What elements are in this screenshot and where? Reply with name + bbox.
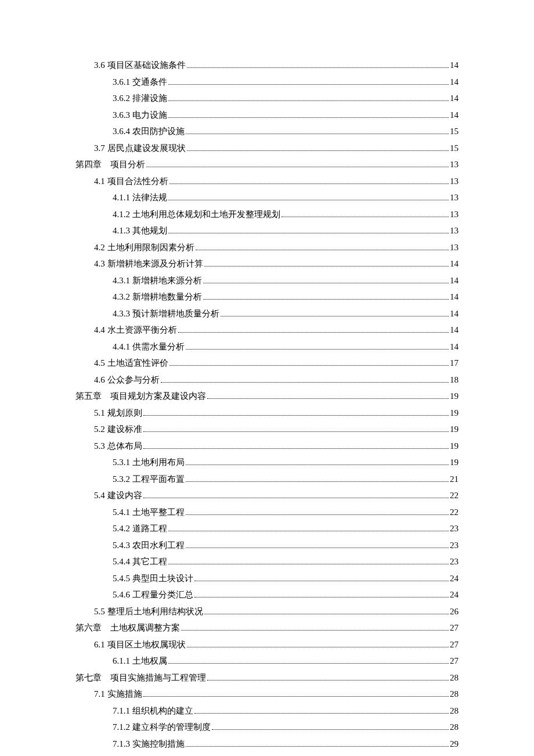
- toc-row: 4.1.2 土地利用总体规划和土地开发整理规划13: [75, 207, 459, 221]
- toc-leader-dots: [168, 84, 449, 85]
- toc-leader-dots: [168, 531, 449, 531]
- toc-leader-dots: [187, 150, 449, 151]
- toc-row: 5.4.3 农田水利工程23: [75, 538, 459, 552]
- toc-row: 3.6.4 农田防护设施15: [75, 124, 459, 138]
- toc-row: 7.2 工程管理30: [75, 753, 459, 756]
- toc-row: 4.3 新增耕地来源及分析计算14: [75, 257, 459, 271]
- toc-leader-dots: [169, 365, 449, 366]
- toc-row: 5.4 建设内容22: [75, 488, 459, 502]
- toc-leader-dots: [168, 100, 449, 101]
- toc-page-number: 13: [450, 157, 459, 171]
- toc-page-number: 23: [450, 538, 459, 552]
- toc-leader-dots: [207, 680, 449, 681]
- toc-page-number: 28: [450, 704, 459, 718]
- toc-page-number: 27: [450, 621, 459, 635]
- toc-leader-dots: [169, 183, 449, 184]
- toc-title: 4.4 水土资源平衡分析: [94, 323, 177, 337]
- toc-title: 5.4.6 工程量分类汇总: [113, 588, 193, 602]
- toc-title: 7.1 实施措施: [94, 687, 142, 701]
- toc-page-number: 24: [450, 571, 459, 585]
- toc-title: 4.1 项目合法性分析: [94, 174, 168, 188]
- toc-leader-dots: [186, 548, 449, 548]
- toc-row: 5.1 规划原则19: [75, 406, 459, 420]
- toc-title: 7.2 工程管理: [94, 753, 142, 756]
- toc-page-number: 15: [450, 124, 459, 138]
- toc-page-number: 13: [450, 174, 459, 188]
- toc-title: 5.3 总体布局: [94, 439, 142, 453]
- toc-page-number: 14: [450, 257, 459, 271]
- toc-leader-dots: [212, 729, 449, 730]
- toc-page-number: 14: [450, 340, 459, 354]
- toc-row: 第七章 项目实施措施与工程管理28: [75, 671, 459, 685]
- toc-leader-dots: [196, 250, 449, 250]
- toc-leader-dots: [168, 564, 449, 564]
- toc-title: 3.6.1 交通条件: [113, 75, 167, 89]
- toc-title: 5.4.1 土地平整工程: [113, 505, 185, 519]
- toc-row: 4.1 项目合法性分析13: [75, 174, 459, 188]
- toc-row: 7.1.3 实施控制措施29: [75, 737, 459, 751]
- toc-title: 5.4 建设内容: [94, 488, 142, 502]
- toc-page-number: 22: [450, 505, 459, 519]
- toc-row: 7.1.1 组织机构的建立28: [75, 704, 459, 718]
- toc-page-number: 13: [450, 224, 459, 237]
- toc-row: 3.7 居民点建设发展现状15: [75, 141, 459, 155]
- toc-title: 4.1.2 土地利用总体规划和土地开发整理规划: [113, 207, 280, 221]
- toc-title: 4.3.2 新增耕地数量分析: [113, 290, 202, 304]
- toc-row: 5.4.1 土地平整工程22: [75, 505, 459, 519]
- toc-row: 4.6 公众参与分析18: [75, 373, 459, 387]
- toc-leader-dots: [203, 283, 449, 283]
- toc-title: 4.3.3 预计新增耕地质量分析: [113, 307, 219, 321]
- toc-row: 5.4.6 工程量分类汇总24: [75, 588, 459, 602]
- toc-page-number: 13: [450, 207, 459, 221]
- toc-row: 5.4.5 典型田土块设计24: [75, 571, 459, 585]
- toc-title: 7.1.3 实施控制措施: [113, 737, 185, 751]
- toc-leader-dots: [161, 382, 449, 383]
- toc-row: 4.4 水土资源平衡分析14: [75, 323, 459, 337]
- toc-leader-dots: [194, 597, 449, 597]
- toc-title: 4.2 土地利用限制因素分析: [94, 240, 194, 254]
- toc-leader-dots: [178, 332, 449, 333]
- toc-leader-dots: [181, 630, 449, 631]
- toc-title: 7.1.2 建立科学的管理制度: [113, 720, 211, 734]
- toc-row: 5.3.2 工程平面布置21: [75, 472, 459, 486]
- table-of-contents: 3.6 项目区基础设施条件143.6.1 交通条件143.6.2 排灌设施143…: [75, 58, 459, 756]
- toc-row: 3.6.1 交通条件14: [75, 75, 459, 89]
- toc-title: 5.4.2 道路工程: [113, 521, 167, 535]
- toc-title: 5.5 整理后土地利用结构状况: [94, 604, 203, 618]
- toc-leader-dots: [186, 514, 449, 515]
- toc-leader-dots: [168, 233, 449, 233]
- toc-title: 6.1 项目区土地权属现状: [94, 638, 186, 651]
- toc-page-number: 14: [450, 273, 459, 287]
- toc-row: 第六章 土地权属调整方案27: [75, 621, 459, 635]
- toc-page-number: 19: [450, 422, 459, 436]
- document-page: 3.6 项目区基础设施条件143.6.1 交通条件143.6.2 排灌设施143…: [0, 0, 534, 756]
- toc-row: 4.2 土地利用限制因素分析13: [75, 240, 459, 254]
- toc-title: 4.4.1 供需水量分析: [113, 340, 185, 354]
- toc-leader-dots: [207, 398, 449, 399]
- toc-leader-dots: [194, 713, 449, 714]
- toc-leader-dots: [186, 746, 449, 747]
- toc-leader-dots: [186, 481, 449, 482]
- toc-leader-dots: [282, 217, 449, 217]
- toc-page-number: 14: [450, 307, 459, 321]
- toc-page-number: 19: [450, 406, 459, 420]
- toc-title: 5.4.3 农田水利工程: [113, 538, 185, 552]
- toc-title: 3.6.3 电力设施: [113, 108, 167, 122]
- toc-title: 4.3.1 新增耕地来源分析: [113, 273, 202, 287]
- toc-page-number: 14: [450, 290, 459, 304]
- toc-page-number: 18: [450, 373, 459, 387]
- toc-row: 5.4.4 其它工程23: [75, 555, 459, 568]
- toc-page-number: 28: [450, 720, 459, 734]
- toc-leader-dots: [143, 415, 449, 416]
- toc-page-number: 23: [450, 555, 459, 568]
- toc-row: 3.6.2 排灌设施14: [75, 91, 459, 105]
- toc-title: 3.6.2 排灌设施: [113, 91, 167, 105]
- toc-leader-dots: [221, 316, 449, 316]
- toc-page-number: 24: [450, 588, 459, 602]
- toc-title: 5.4.4 其它工程: [113, 555, 167, 568]
- toc-title: 5.1 规划原则: [94, 406, 142, 420]
- toc-row: 3.6 项目区基础设施条件14: [75, 58, 459, 72]
- toc-leader-dots: [146, 167, 449, 167]
- toc-leader-dots: [168, 117, 449, 118]
- toc-title: 4.6 公众参与分析: [94, 373, 160, 387]
